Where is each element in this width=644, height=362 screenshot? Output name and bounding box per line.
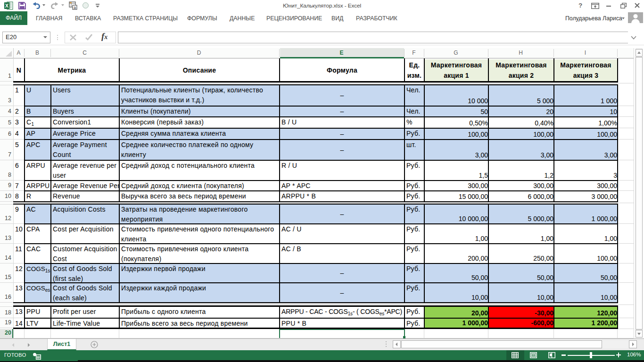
svg-text:a: a: [74, 5, 76, 10]
svg-text:X: X: [5, 3, 9, 8]
